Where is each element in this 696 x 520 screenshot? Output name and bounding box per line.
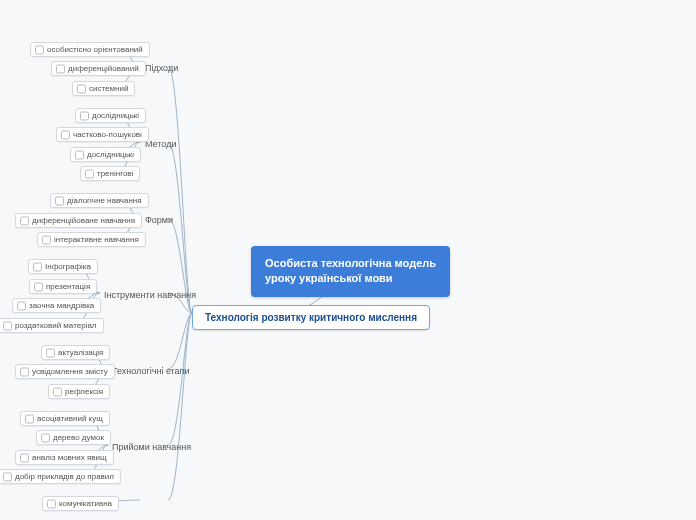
root-line1: Особиста технологічна модель <box>265 256 436 271</box>
leaf-techniques-3[interactable]: добір прикладів до правил <box>0 469 121 484</box>
leaf-tools-2[interactable]: заочна мандрівка <box>12 298 101 313</box>
leaf-methods-2[interactable]: дослідницькі <box>70 147 141 162</box>
leaf-methods-0[interactable]: дослідницькі <box>75 108 146 123</box>
leaf-techniques-1[interactable]: дерево думок <box>36 430 111 445</box>
leaf-approaches-0[interactable]: особистісно орієнтований <box>30 42 150 57</box>
leaf-stages-0[interactable]: актуалізація <box>41 345 110 360</box>
category-stages[interactable]: Технологічні етапи <box>108 364 194 378</box>
leaf-methods-1[interactable]: частково-пошукові <box>56 127 149 142</box>
leaf-stages-2[interactable]: рефлексія <box>48 384 110 399</box>
leaf-methods-3[interactable]: тренінгові <box>80 166 140 181</box>
leaf-stages-1[interactable]: усвідомлення змісту <box>15 364 115 379</box>
category-tools[interactable]: Інструменти навчання <box>100 288 200 302</box>
category-approaches[interactable]: Підходи <box>141 61 182 75</box>
leaf-tools-0[interactable]: Інфографіка <box>28 259 98 274</box>
leaf-forms-2[interactable]: інтерактивне навчання <box>37 232 146 247</box>
root-line2: уроку української мови <box>265 271 436 286</box>
leaf-tools-3[interactable]: роздатковий матеріал <box>0 318 104 333</box>
root-node[interactable]: Особиста технологічна модель уроку украї… <box>251 246 450 297</box>
category-forms[interactable]: Форми <box>141 213 177 227</box>
leaf-forms-0[interactable]: діалогічне навчання <box>50 193 149 208</box>
leaf-tools-1[interactable]: презентація <box>29 279 97 294</box>
leaf-forms-1[interactable]: диференційоване навчання <box>15 213 142 228</box>
category-techniques[interactable]: Прийоми навчання <box>108 440 195 454</box>
leaf-techniques-2[interactable]: аналіз мовних явищ <box>15 450 114 465</box>
main-branch-node[interactable]: Технологія розвитку критичного мислення <box>192 305 430 330</box>
leaf-techniques-0[interactable]: асоціативний кущ <box>20 411 110 426</box>
leaf-approaches-2[interactable]: системний <box>72 81 135 96</box>
leaf-approaches-1[interactable]: диференційований <box>51 61 146 76</box>
leaf-extra-0[interactable]: комунікативна <box>42 496 119 511</box>
